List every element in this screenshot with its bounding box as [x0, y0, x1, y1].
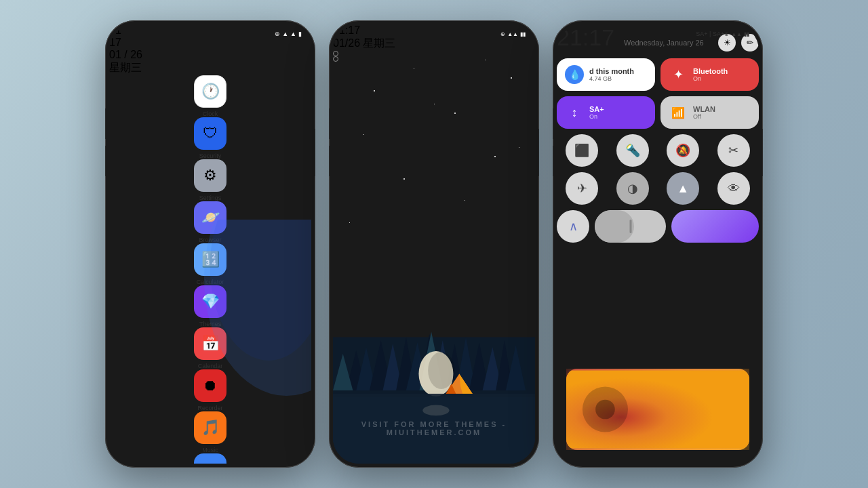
svg-point-26 — [422, 405, 449, 416]
phone-3-screen: SA+ | SA+ ⊕ ▲▲ ▮▮ 21:17 Wednesday, Janua… — [557, 24, 759, 464]
screenshot-btn[interactable]: ✂ — [717, 134, 750, 167]
star — [511, 77, 512, 79]
bat-icon-3: ▮▮ — [744, 31, 749, 37]
app-music[interactable]: 🎵 Music — [109, 411, 311, 453]
bt-icon-3: ⊕ — [724, 31, 729, 37]
nav-dot-right — [333, 56, 338, 62]
sa-title: SA+ — [589, 105, 604, 113]
star — [403, 178, 405, 180]
data-sub: 4.74 GB — [589, 75, 634, 82]
clock-day: 星期三 — [109, 61, 311, 75]
icon-btn-row-1: ⬛ 🔦 🔕 ✂ — [557, 134, 759, 167]
wlan-tile[interactable]: 📶 WLAN Off — [660, 96, 759, 129]
flashlight-btn[interactable]: 🔦 — [616, 134, 649, 167]
clock-label: Clock — [203, 110, 218, 117]
clock-date: 01 / 26 — [109, 49, 311, 61]
airplane-btn[interactable]: ✈ — [566, 172, 598, 205]
data-title: d this month — [589, 67, 634, 75]
power-button-2[interactable] — [538, 129, 539, 176]
settings-icon: ⚙ — [194, 159, 226, 192]
bluetooth-text: Bluetooth On — [693, 67, 728, 82]
sig-icon-3: ▲▲ — [731, 31, 742, 37]
music-player[interactable] — [566, 369, 749, 450]
bt-icon-2: ⊕ — [500, 31, 505, 37]
sa-icon: ↕ — [565, 103, 584, 122]
power-button[interactable] — [315, 129, 315, 176]
mute-btn[interactable]: 🔕 — [667, 134, 699, 167]
phone-2-screen: ⊕ ▲▲ ▮▮ — [333, 24, 535, 464]
readmode-btn[interactable]: 👁 — [717, 172, 750, 205]
power-button-3[interactable] — [762, 129, 763, 176]
phone-1-homescreen: ⊕ ▲ ▲ ▮ 21 17 01 / 26 星期三 — [105, 20, 315, 468]
phone-2-lockscreen: ⊕ ▲▲ ▮▮ — [329, 20, 539, 468]
brightness-fill — [595, 210, 634, 243]
phones-container: ⊕ ▲ ▲ ▮ 21 17 01 / 26 星期三 — [0, 0, 868, 488]
bluetooth-icon: ✦ — [669, 65, 688, 84]
bottom-nav — [333, 51, 535, 62]
vol-down-button[interactable] — [105, 146, 106, 176]
data-icon: 💧 — [565, 65, 584, 84]
mic-button[interactable]: ∧ — [557, 210, 589, 243]
brightness-slider[interactable] — [595, 210, 666, 243]
star — [454, 113, 456, 114]
svg-point-21 — [428, 352, 454, 389]
star — [374, 90, 375, 92]
sig-icon-2: ▲▲ — [507, 31, 518, 37]
star — [465, 200, 465, 201]
control-center-content: 21:17 Wednesday, January 26 ☀ ✏ 💧 — [557, 24, 759, 243]
sa-tile[interactable]: ↕ SA+ On — [557, 96, 655, 129]
vol-down-button-3[interactable] — [553, 146, 553, 176]
security-label: Security — [199, 152, 222, 159]
bluetooth-icon-1: ⊕ — [275, 30, 280, 37]
status-icons-1: ⊕ ▲ ▲ ▮ — [275, 30, 302, 37]
star — [519, 147, 519, 148]
vol-up-button-3[interactable] — [553, 108, 553, 139]
vol-up-button-2[interactable] — [329, 108, 330, 139]
bluetooth-sub: On — [693, 75, 728, 82]
carrier-label: SA+ | SA+ — [696, 30, 724, 37]
icon-btn-row-2: ✈ ◑ ▲ 👁 — [557, 172, 759, 205]
phone-3-control-center: SA+ | SA+ ⊕ ▲▲ ▮▮ 21:17 Wednesday, Janua… — [553, 20, 763, 468]
star — [485, 60, 486, 60]
contacts-icon: 👥 — [194, 453, 226, 464]
toggle-row-1: 💧 d this month 4.74 GB ✦ Bluetooth On — [557, 58, 759, 91]
vol-up-button[interactable] — [105, 108, 106, 139]
auto-brightness-btn[interactable]: ◑ — [616, 172, 649, 205]
bluetooth-tile[interactable]: ✦ Bluetooth On — [660, 58, 759, 91]
star — [363, 134, 364, 135]
status-icons-3: ⊕ ▲▲ ▮▮ — [724, 31, 749, 37]
app-settings[interactable]: ⚙ Settings — [109, 159, 311, 201]
sa-sub: On — [589, 113, 604, 120]
toggle-row-2: ↕ SA+ On 📶 WLAN Off — [557, 96, 759, 129]
wlan-sub: Off — [693, 113, 715, 120]
screen-record-btn[interactable]: ⬛ — [566, 134, 598, 167]
signal-icon-1: ▲ — [282, 30, 288, 37]
signal2-icon-1: ▲ — [290, 30, 296, 37]
sa-text: SA+ On — [589, 105, 604, 120]
wlan-title: WLAN — [693, 105, 715, 113]
svg-point-29 — [595, 400, 615, 420]
color-slider[interactable] — [671, 210, 759, 243]
phone-1-screen: ⊕ ▲ ▲ ▮ 21 17 01 / 26 星期三 — [109, 24, 311, 464]
wave-decoration — [196, 220, 311, 396]
music-artwork — [566, 369, 749, 450]
app-security[interactable]: 🛡 Security — [109, 117, 311, 159]
bottom-control-row: ∧ — [557, 210, 759, 243]
app-contacts[interactable]: 👥 Contacts — [109, 453, 311, 464]
wlan-text: WLAN Off — [693, 105, 715, 120]
status-bar-2: ⊕ ▲▲ ▮▮ — [333, 24, 535, 43]
location-btn[interactable]: ▲ — [667, 172, 699, 205]
data-tile[interactable]: 💧 d this month 4.74 GB — [557, 58, 655, 91]
nav-dot-left — [333, 51, 338, 56]
svg-rect-25 — [333, 394, 535, 464]
data-text: d this month 4.74 GB — [589, 67, 634, 82]
status-bar-3: SA+ | SA+ ⊕ ▲▲ ▮▮ — [557, 24, 759, 43]
vol-down-button-2[interactable] — [329, 146, 330, 176]
star — [434, 104, 435, 104]
app-clock[interactable]: 🕐 Clock — [109, 75, 311, 117]
status-icons-2: ⊕ ▲▲ ▮▮ — [500, 31, 526, 37]
recorder-label: Recorder — [197, 405, 222, 411]
music-icon: 🎵 — [194, 411, 226, 444]
wlan-icon: 📶 — [669, 103, 688, 122]
night-scene-svg — [333, 244, 535, 464]
